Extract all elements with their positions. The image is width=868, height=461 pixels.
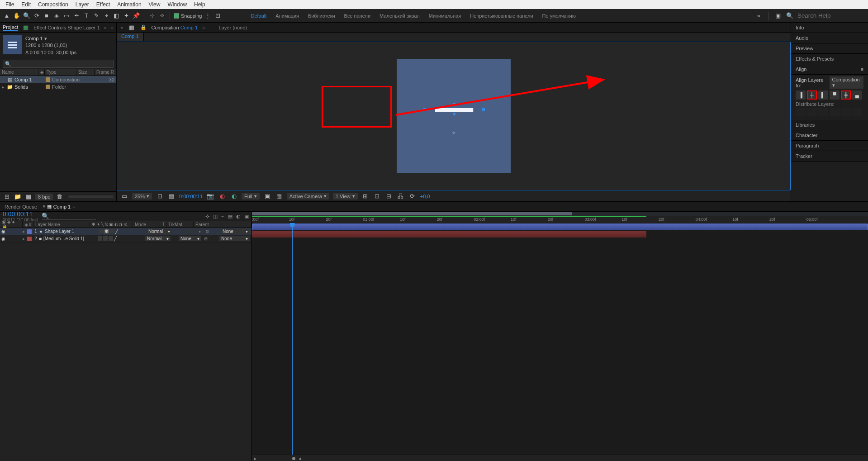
- reset-exposure-icon[interactable]: ⟳: [408, 192, 417, 200]
- ws-default[interactable]: Default: [251, 13, 267, 19]
- timeline-search-input[interactable]: [42, 213, 96, 220]
- zoom-tool-icon[interactable]: 🔍: [23, 12, 31, 20]
- menu-window[interactable]: Window: [164, 0, 190, 9]
- project-item[interactable]: ▸ 📁 Solids Folder: [0, 83, 116, 90]
- local-axis-icon[interactable]: ⊹: [148, 12, 156, 20]
- dist-vcenter-button[interactable]: [807, 108, 817, 116]
- menu-file[interactable]: File: [2, 0, 18, 9]
- frame-blend-icon[interactable]: ▤: [228, 214, 232, 219]
- col-size[interactable]: Size: [76, 69, 95, 76]
- layer-bar-2[interactable]: [252, 231, 646, 238]
- layer-row[interactable]: ◉ ▸ 2 ■ [Medium…e Solid 1] ╱ Normal▾ Non…: [0, 235, 251, 242]
- menu-animation[interactable]: Animation: [114, 0, 145, 9]
- dist-hcenter-button[interactable]: [841, 108, 851, 116]
- ws-libraries[interactable]: Библиотеки: [308, 13, 335, 19]
- menu-layer[interactable]: Layer: [72, 0, 93, 9]
- project-search-input[interactable]: [3, 60, 114, 68]
- tab-timeline-comp[interactable]: × ▦ Comp 1 ≡: [43, 204, 75, 209]
- timeline-icon[interactable]: ⊟: [385, 192, 393, 200]
- blend-mode-dropdown[interactable]: Normal▾: [147, 229, 172, 234]
- bpc-toggle[interactable]: 8 bpc: [35, 194, 53, 200]
- visibility-icon[interactable]: ◉: [0, 229, 6, 234]
- layer-name[interactable]: Shape Layer 1: [43, 229, 97, 234]
- panel-tracker[interactable]: Tracker: [791, 151, 868, 162]
- stamp-tool-icon[interactable]: ⌖: [102, 12, 110, 20]
- pan-behind-tool-icon[interactable]: ◈: [52, 12, 61, 20]
- pickwhip-icon[interactable]: ⊚: [204, 236, 210, 241]
- canvas[interactable]: ✧: [397, 59, 511, 173]
- dist-left-button[interactable]: [830, 108, 840, 116]
- search-help-input[interactable]: [797, 12, 865, 19]
- track-area[interactable]: [252, 223, 868, 455]
- menu-help[interactable]: Help: [190, 0, 209, 9]
- panel-audio[interactable]: Audio: [791, 33, 868, 43]
- ws-default-ru[interactable]: По умолчанию: [542, 13, 576, 19]
- trkmat-header[interactable]: TrkMat: [166, 222, 194, 227]
- exposure-value[interactable]: +0,0: [420, 194, 430, 199]
- panel-info[interactable]: Info: [791, 23, 868, 33]
- panel-paragraph[interactable]: Paragraph: [791, 141, 868, 151]
- new-comp-icon[interactable]: ▦: [24, 193, 33, 201]
- trkmat-dropdown[interactable]: None▾: [179, 236, 201, 241]
- pen-tool-icon[interactable]: ✒: [72, 12, 81, 20]
- world-axis-icon[interactable]: ✧: [158, 12, 166, 20]
- align-right-button[interactable]: ▌: [818, 90, 828, 100]
- snapping-checkbox[interactable]: Snapping: [174, 13, 202, 19]
- dist-bottom-button[interactable]: [818, 108, 828, 116]
- panel-libraries[interactable]: Libraries: [791, 120, 868, 130]
- rect-tool-icon[interactable]: ▭: [62, 12, 71, 20]
- dist-right-button[interactable]: [852, 108, 862, 116]
- tab-render-queue[interactable]: Render Queue: [5, 204, 37, 209]
- sync-icon[interactable]: ▣: [774, 12, 782, 20]
- align-top-button[interactable]: ▀: [830, 90, 840, 100]
- orbit-tool-icon[interactable]: ⟳: [33, 12, 41, 20]
- layer-row[interactable]: ◉ ▸ 1 ★ Shape Layer 1 ✱╱ Normal▾ ▾ ⊚ Non…: [0, 228, 251, 235]
- composition-viewer[interactable]: ✧: [117, 42, 791, 190]
- twirl-icon[interactable]: ▸: [23, 229, 26, 234]
- ws-animation[interactable]: Анимация: [275, 13, 299, 19]
- panel-effects-presets[interactable]: Effects & Presets: [791, 54, 868, 64]
- align-bottom-button[interactable]: ▄: [852, 90, 862, 100]
- panel-overflow-icon[interactable]: »: [104, 25, 107, 30]
- panel-menu-icon[interactable]: ≡: [111, 25, 114, 30]
- motion-blur-icon[interactable]: ◐: [236, 214, 241, 219]
- graph-editor-icon[interactable]: ▣: [244, 214, 249, 219]
- selected-shape[interactable]: [425, 105, 484, 116]
- parent-header[interactable]: Parent: [194, 222, 251, 227]
- label-swatch[interactable]: [27, 237, 32, 241]
- layer-viewer-label[interactable]: Layer (none): [219, 25, 247, 30]
- panel-align[interactable]: Align≡: [791, 64, 868, 75]
- align-vcenter-button[interactable]: ╋: [841, 90, 851, 100]
- twirl-icon[interactable]: ▸: [23, 236, 26, 241]
- trkmat-dropdown[interactable]: ▾: [180, 229, 203, 234]
- mode-header[interactable]: Mode: [133, 222, 160, 227]
- fast-preview-icon[interactable]: ⊡: [373, 192, 381, 200]
- shy-icon[interactable]: ⌁: [221, 214, 224, 219]
- menu-edit[interactable]: Edit: [18, 0, 34, 9]
- new-folder-icon[interactable]: 📁: [14, 193, 22, 201]
- label-swatch[interactable]: [46, 77, 50, 82]
- time-ruler[interactable]: :00f10f20f01:00f10f20f02:00f10f20f03:00f…: [252, 216, 868, 223]
- panel-menu-icon[interactable]: ≡: [861, 67, 863, 72]
- tab-effect-controls[interactable]: Effect Controls Shape Layer 1: [33, 25, 100, 30]
- grid-icon[interactable]: ▦: [167, 192, 175, 200]
- ws-undocked[interactable]: Непристыкованные панели: [470, 13, 533, 19]
- resolution-dropdown[interactable]: Full▾: [242, 193, 260, 200]
- ws-minimal[interactable]: Минимальная: [429, 13, 461, 19]
- dist-top-button[interactable]: [796, 108, 806, 116]
- project-item[interactable]: ▦ Comp 1 Composition 30: [0, 76, 116, 83]
- lock-icon[interactable]: 🔒: [140, 24, 147, 30]
- roi-icon[interactable]: ▣: [263, 192, 271, 200]
- panel-preview[interactable]: Preview: [791, 43, 868, 54]
- layername-header[interactable]: Layer Name: [33, 222, 90, 227]
- comp-mini-flowchart-icon[interactable]: ⊹: [205, 214, 209, 219]
- col-label[interactable]: ◈: [38, 69, 45, 76]
- selection-tool-icon[interactable]: ▲: [3, 12, 11, 20]
- twirl-icon[interactable]: ▸: [2, 84, 5, 90]
- channel-icon[interactable]: ◐: [230, 192, 238, 200]
- layer-switches[interactable]: ╱: [96, 236, 119, 241]
- zoom-scrubber[interactable]: ▲ ▲: [252, 455, 868, 461]
- label-swatch[interactable]: [27, 229, 32, 234]
- flowchart-icon[interactable]: 品: [397, 192, 405, 200]
- playhead[interactable]: [292, 223, 293, 455]
